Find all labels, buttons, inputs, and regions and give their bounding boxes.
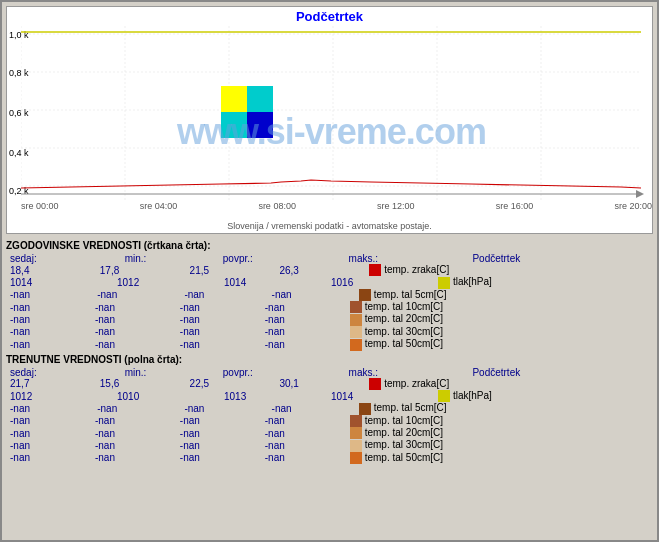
table-row: -nan-nan-nan-nantemp. tal 30cm[C] (6, 326, 653, 338)
chart-svg (21, 26, 652, 201)
table-cell: -nan (176, 439, 261, 451)
table-cell: -nan (176, 326, 261, 338)
label-text: temp. zraka[C] (384, 378, 449, 389)
col-header-povpr1: povpr.: (219, 253, 345, 264)
table-cell: -nan (268, 289, 355, 301)
row-label: temp. tal 10cm[C] (346, 301, 653, 313)
table-row: -nan-nan-nan-nantemp. tal 10cm[C] (6, 415, 653, 427)
table-cell: -nan (180, 402, 267, 414)
row-label: temp. tal 20cm[C] (346, 313, 653, 325)
col-header-min2: min.: (121, 367, 219, 378)
table-cell: -nan (91, 338, 176, 350)
color-indicator (350, 326, 362, 338)
color-indicator (350, 314, 362, 326)
section1-title: ZGODOVINSKE VREDNOSTI (črtkana črta): (6, 240, 653, 251)
table-cell: -nan (6, 452, 91, 464)
col-header-povpr2: povpr.: (219, 367, 345, 378)
table-cell: -nan (93, 402, 180, 414)
table-cell: -nan (6, 301, 91, 313)
x-label-4: sre 16:00 (496, 201, 534, 211)
section1-rows: 18,417,821,526,3temp. zraka[C]1014101210… (6, 264, 653, 351)
row-label: temp. tal 50cm[C] (346, 338, 653, 350)
color-indicator (359, 403, 371, 415)
table-cell: 1014 (327, 390, 434, 402)
x-label-1: sre 04:00 (140, 201, 178, 211)
label-text: temp. tal 10cm[C] (365, 301, 443, 312)
table-cell: 21,5 (186, 264, 276, 276)
section2-table: sedaj: min.: povpr.: maks.: Podčetrtek (6, 367, 653, 378)
label-text: temp. tal 30cm[C] (365, 439, 443, 450)
col-header-maks2: maks.: (345, 367, 469, 378)
table-row: 1012101010131014tlak[hPa] (6, 390, 653, 402)
table-cell: 26,3 (275, 264, 365, 276)
table-row: -nan-nan-nan-nantemp. tal 20cm[C] (6, 313, 653, 325)
table-row: -nan-nan-nan-nantemp. tal 20cm[C] (6, 427, 653, 439)
table-cell: 15,6 (96, 378, 186, 390)
logo (221, 86, 273, 138)
table-row: -nan-nan-nan-nantemp. tal 50cm[C] (6, 452, 653, 464)
row-label: temp. tal 50cm[C] (346, 452, 653, 464)
color-indicator (369, 264, 381, 276)
label-text: tlak[hPa] (453, 390, 492, 401)
table-cell: -nan (91, 427, 176, 439)
label-text: temp. tal 20cm[C] (365, 427, 443, 438)
color-indicator (350, 440, 362, 452)
row-label: temp. zraka[C] (365, 378, 653, 390)
col-header-min1: min.: (121, 253, 219, 264)
table-cell: -nan (176, 338, 261, 350)
table-row: 18,417,821,526,3temp. zraka[C] (6, 264, 653, 276)
color-indicator (350, 301, 362, 313)
table-cell: 1016 (327, 276, 434, 288)
table-cell: -nan (176, 301, 261, 313)
row-label: tlak[hPa] (434, 276, 653, 288)
color-indicator (350, 415, 362, 427)
table-cell: -nan (261, 338, 346, 350)
label-text: temp. tal 50cm[C] (365, 338, 443, 349)
table-row: -nan-nan-nan-nantemp. tal 5cm[C] (6, 289, 653, 301)
svg-marker-12 (636, 190, 644, 198)
chart-subtitle: Slovenija / vremenski podatki - avtomats… (7, 221, 652, 233)
col-header-sedaj2: sedaj: (6, 367, 121, 378)
table-cell: -nan (176, 415, 261, 427)
table-cell: -nan (6, 439, 91, 451)
subtitle-line1: Slovenija / vremenski podatki - avtomats… (227, 221, 432, 231)
svg-rect-17 (247, 112, 273, 138)
table-cell: 1014 (220, 276, 327, 288)
table-cell: 21,7 (6, 378, 96, 390)
table-cell: -nan (6, 326, 91, 338)
chart-wrapper: Podčetrtek 1,0 k 0,8 k 0,6 k 0,4 k 0,2 k (6, 6, 653, 234)
table-cell: -nan (91, 439, 176, 451)
table-cell: -nan (6, 338, 91, 350)
table-row: -nan-nan-nan-nantemp. tal 30cm[C] (6, 439, 653, 451)
table-cell: -nan (176, 427, 261, 439)
x-label-5: sre 20:00 (614, 201, 652, 211)
chart-canvas: sre 00:00 sre 04:00 sre 08:00 sre 12:00 … (21, 26, 652, 221)
table-row: -nan-nan-nan-nantemp. tal 5cm[C] (6, 402, 653, 414)
chart-title: Podčetrtek (7, 7, 652, 26)
table-cell: 1014 (6, 276, 113, 288)
table-cell: -nan (6, 402, 93, 414)
row-label: temp. tal 30cm[C] (346, 326, 653, 338)
table-row: 21,715,622,530,1temp. zraka[C] (6, 378, 653, 390)
table-cell: 1012 (113, 276, 220, 288)
row-label: temp. zraka[C] (365, 264, 653, 276)
svg-rect-15 (247, 86, 273, 112)
row-label: temp. tal 10cm[C] (346, 415, 653, 427)
table-cell: -nan (91, 313, 176, 325)
table-cell: -nan (180, 289, 267, 301)
data-section: ZGODOVINSKE VREDNOSTI (črtkana črta): se… (6, 236, 653, 464)
table-cell: 30,1 (275, 378, 365, 390)
table-row: 1014101210141016tlak[hPa] (6, 276, 653, 288)
section2-rows: 21,715,622,530,1temp. zraka[C]1012101010… (6, 378, 653, 465)
row-label: temp. tal 20cm[C] (346, 427, 653, 439)
table-cell: -nan (261, 452, 346, 464)
table-cell: 1013 (220, 390, 327, 402)
table-cell: -nan (268, 402, 355, 414)
x-label-0: sre 00:00 (21, 201, 59, 211)
color-indicator (350, 339, 362, 351)
table-cell: -nan (91, 452, 176, 464)
label-text: temp. zraka[C] (384, 264, 449, 275)
label-text: temp. tal 50cm[C] (365, 452, 443, 463)
svg-rect-14 (221, 86, 247, 112)
table-cell: -nan (91, 326, 176, 338)
